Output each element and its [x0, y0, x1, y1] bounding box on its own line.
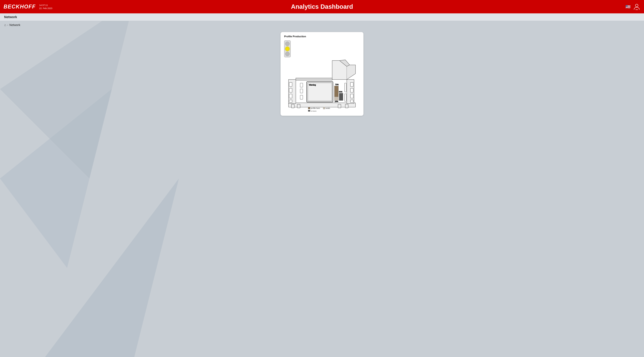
- svg-rect-29: [339, 93, 343, 100]
- header-right: 🇺🇸: [626, 3, 640, 10]
- header-time: 14:37:11: [39, 4, 52, 7]
- svg-rect-14: [289, 94, 292, 98]
- header-datetime: 14:37:11 22. Feb 2023: [39, 4, 52, 10]
- svg-rect-27: [334, 97, 338, 100]
- user-icon[interactable]: [633, 3, 640, 10]
- svg-text:Warning: Warning: [309, 84, 316, 86]
- legend-group: profile bars seals screws: [308, 107, 330, 112]
- svg-marker-3: [45, 178, 179, 357]
- main-content: Profile Production: [0, 29, 644, 119]
- svg-rect-9: [338, 104, 341, 108]
- svg-rect-34: [344, 83, 346, 92]
- logo: BECKHOFF: [4, 4, 36, 10]
- svg-point-4: [636, 4, 638, 7]
- svg-rect-40: [308, 110, 310, 112]
- svg-rect-32: [300, 89, 303, 93]
- breadcrumb-current: Network: [9, 23, 20, 27]
- traffic-light-bottom: [285, 52, 290, 56]
- svg-rect-21: [296, 78, 332, 80]
- svg-rect-8: [297, 104, 300, 108]
- traffic-light-top: [285, 42, 290, 46]
- svg-rect-10: [345, 104, 348, 108]
- breadcrumb: ⌂ › Network: [0, 21, 644, 29]
- flag-icon[interactable]: 🇺🇸: [626, 4, 631, 9]
- profile-diagram-svg: Warning 72% 15% 30%: [284, 59, 360, 112]
- svg-rect-38: [323, 107, 325, 109]
- svg-rect-12: [289, 82, 292, 86]
- sub-header-title: Network: [4, 15, 17, 19]
- diagram-area: Warning 72% 15% 30%: [284, 59, 360, 112]
- sub-header: Network: [0, 13, 644, 21]
- svg-rect-15: [289, 100, 292, 102]
- svg-rect-19: [350, 94, 353, 98]
- svg-rect-17: [350, 82, 353, 86]
- svg-text:15%: 15%: [334, 100, 338, 102]
- svg-rect-20: [350, 100, 353, 102]
- svg-rect-7: [292, 104, 294, 108]
- page-title: Analytics Dashboard: [291, 3, 353, 10]
- header-date: 22. Feb 2023: [39, 7, 52, 10]
- svg-text:profile bars: profile bars: [311, 107, 320, 109]
- profile-production-card: Profile Production: [280, 32, 364, 116]
- svg-text:30%: 30%: [339, 91, 342, 93]
- breadcrumb-separator: ›: [7, 24, 8, 26]
- svg-text:seals: seals: [326, 107, 330, 109]
- breadcrumb-home-icon[interactable]: ⌂: [4, 23, 6, 27]
- svg-text:72%: 72%: [335, 84, 339, 86]
- svg-rect-35: [344, 94, 346, 101]
- svg-text:screws: screws: [311, 110, 317, 112]
- svg-rect-18: [350, 88, 353, 92]
- header: BECKHOFF 14:37:11 22. Feb 2023 Analytics…: [0, 0, 644, 13]
- card-title: Profile Production: [284, 35, 360, 38]
- traffic-light-middle: [285, 47, 290, 51]
- svg-rect-36: [308, 107, 310, 109]
- svg-rect-33: [300, 95, 303, 99]
- svg-rect-31: [300, 83, 303, 87]
- traffic-light: [284, 40, 291, 57]
- svg-rect-13: [289, 88, 292, 92]
